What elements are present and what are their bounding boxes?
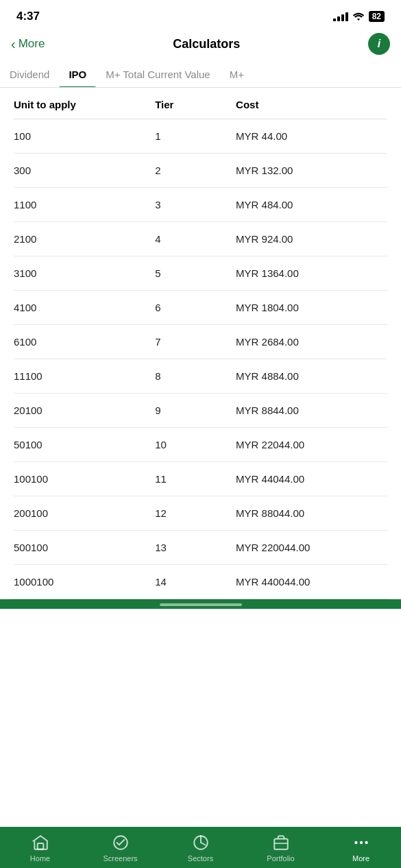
svg-point-5 <box>359 841 362 844</box>
table-row: 2100 4 MYR 924.00 <box>14 222 387 256</box>
nav-screeners-label: Screeners <box>103 854 137 863</box>
table-row: 6100 7 MYR 2684.00 <box>14 325 387 359</box>
status-time: 4:37 <box>16 10 40 23</box>
nav-home-label: Home <box>30 854 50 863</box>
header-unit: Unit to apply <box>14 99 155 110</box>
tabs-container: Dividend IPO M+ Total Current Value M+ <box>0 62 401 88</box>
table-row: 300 2 MYR 132.00 <box>14 154 387 188</box>
cell-tier: 12 <box>155 507 236 519</box>
back-button[interactable]: ‹ More <box>11 36 45 52</box>
nav-home[interactable]: Home <box>13 834 68 863</box>
cell-cost: MYR 44044.00 <box>236 473 387 485</box>
home-indicator <box>0 599 401 609</box>
header-cost: Cost <box>236 99 387 110</box>
cell-unit: 50100 <box>14 439 155 450</box>
tab-m-plus[interactable]: M+ <box>220 62 254 87</box>
nav-portfolio[interactable]: Portfolio <box>254 834 308 863</box>
cell-unit: 4100 <box>14 302 155 313</box>
screeners-icon <box>112 834 130 852</box>
cell-tier: 8 <box>155 370 236 382</box>
wifi-icon <box>352 12 365 21</box>
cell-unit: 200100 <box>14 507 155 519</box>
table-row: 200100 12 MYR 88044.00 <box>14 496 387 531</box>
cell-unit: 1000100 <box>14 576 155 588</box>
cell-cost: MYR 4884.00 <box>236 370 387 382</box>
more-icon <box>352 834 370 852</box>
table-row: 1000100 14 MYR 440044.00 <box>14 565 387 599</box>
table-row: 50100 10 MYR 22044.00 <box>14 428 387 462</box>
cell-cost: MYR 220044.00 <box>236 542 387 553</box>
header-tier: Tier <box>155 99 236 110</box>
cell-tier: 14 <box>155 576 236 588</box>
cell-cost: MYR 2684.00 <box>236 336 387 348</box>
nav-more-label: More <box>352 854 369 863</box>
nav-screeners[interactable]: Screeners <box>93 834 148 863</box>
cell-unit: 11100 <box>14 370 155 382</box>
nav-more[interactable]: More <box>334 834 389 863</box>
cell-cost: MYR 924.00 <box>236 233 387 245</box>
tab-dividend[interactable]: Dividend <box>0 62 59 87</box>
cell-tier: 10 <box>155 439 236 450</box>
ipo-table: Unit to apply Tier Cost 100 1 MYR 44.00 … <box>0 88 401 599</box>
cell-cost: MYR 1364.00 <box>236 267 387 279</box>
cell-tier: 4 <box>155 233 236 245</box>
cell-unit: 3100 <box>14 267 155 279</box>
svg-point-4 <box>354 841 357 844</box>
cell-tier: 6 <box>155 302 236 313</box>
svg-point-6 <box>365 841 367 844</box>
back-chevron-icon: ‹ <box>11 36 16 52</box>
cell-unit: 100100 <box>14 473 155 485</box>
info-button[interactable]: i <box>368 33 390 55</box>
signal-icon <box>333 12 348 21</box>
tab-ipo[interactable]: IPO <box>59 62 96 87</box>
cell-cost: MYR 1804.00 <box>236 302 387 313</box>
cell-unit: 1100 <box>14 199 155 210</box>
bottom-nav: Home Screeners Sectors Portfolio <box>0 827 401 868</box>
battery-icon: 82 <box>369 11 385 22</box>
table-row: 500100 13 MYR 220044.00 <box>14 531 387 565</box>
table-body: 100 1 MYR 44.00 300 2 MYR 132.00 1100 3 … <box>14 119 387 599</box>
cell-unit: 500100 <box>14 542 155 553</box>
table-row: 100100 11 MYR 44044.00 <box>14 462 387 496</box>
nav-sectors-label: Sectors <box>188 854 213 863</box>
table-row: 11100 8 MYR 4884.00 <box>14 359 387 394</box>
nav-portfolio-label: Portfolio <box>267 854 294 863</box>
table-row: 100 1 MYR 44.00 <box>14 119 387 154</box>
cell-cost: MYR 484.00 <box>236 199 387 210</box>
cell-unit: 300 <box>14 165 155 176</box>
table-row: 4100 6 MYR 1804.00 <box>14 291 387 325</box>
cell-unit: 2100 <box>14 233 155 245</box>
cell-cost: MYR 132.00 <box>236 165 387 176</box>
table-row: 1100 3 MYR 484.00 <box>14 188 387 222</box>
nav-sectors[interactable]: Sectors <box>173 834 228 863</box>
cell-cost: MYR 22044.00 <box>236 439 387 450</box>
portfolio-icon <box>272 834 290 852</box>
cell-cost: MYR 440044.00 <box>236 576 387 588</box>
cell-tier: 1 <box>155 130 236 142</box>
cell-tier: 2 <box>155 165 236 176</box>
info-icon: i <box>378 38 380 50</box>
cell-unit: 100 <box>14 130 155 142</box>
table-row: 3100 5 MYR 1364.00 <box>14 256 387 291</box>
cell-tier: 7 <box>155 336 236 348</box>
home-icon <box>32 834 49 852</box>
back-label: More <box>19 37 45 51</box>
status-bar: 4:37 82 <box>0 0 401 29</box>
cell-unit: 20100 <box>14 405 155 416</box>
cell-tier: 3 <box>155 199 236 210</box>
tab-m-plus-total[interactable]: M+ Total Current Value <box>96 62 219 87</box>
cell-tier: 5 <box>155 267 236 279</box>
nav-bar: ‹ More Calculators i <box>0 29 401 62</box>
cell-cost: MYR 8844.00 <box>236 405 387 416</box>
sectors-icon <box>192 834 210 852</box>
cell-tier: 9 <box>155 405 236 416</box>
cell-unit: 6100 <box>14 336 155 348</box>
table-header: Unit to apply Tier Cost <box>14 88 387 119</box>
svg-rect-0 <box>37 843 43 849</box>
page-title: Calculators <box>173 37 240 51</box>
status-icons: 82 <box>333 11 385 22</box>
cell-tier: 11 <box>155 473 236 485</box>
cell-cost: MYR 44.00 <box>236 130 387 142</box>
svg-rect-3 <box>274 839 288 849</box>
cell-cost: MYR 88044.00 <box>236 507 387 519</box>
